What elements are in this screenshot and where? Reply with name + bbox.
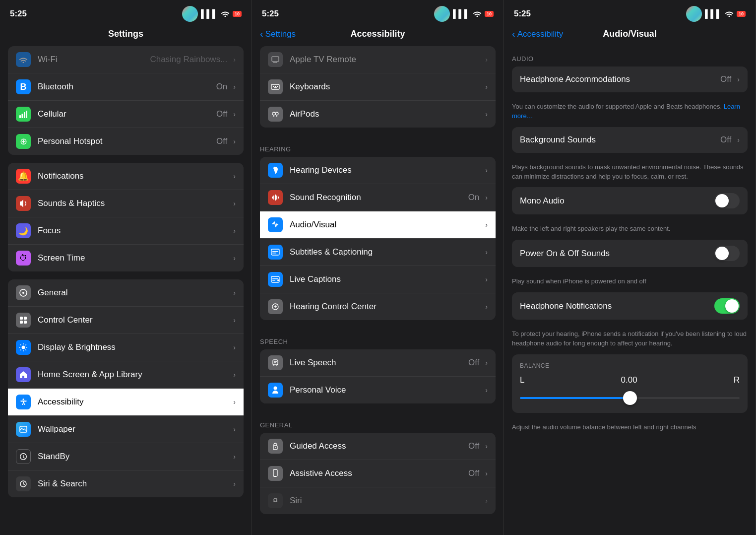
headphonenotif-desc: To protect your hearing, iPhone sends a … — [504, 328, 756, 353]
wifi-chevron: › — [233, 56, 236, 64]
sounds-item-icon — [16, 196, 31, 211]
hotspot-chevron: › — [233, 137, 236, 145]
settings-item-soundrecognition[interactable]: Sound Recognition On › — [260, 184, 496, 211]
settings-item-screentime[interactable]: ⏱ Screen Time › — [8, 245, 244, 271]
back-label-2: Settings — [265, 29, 296, 39]
cellular-item-icon — [16, 107, 31, 122]
notifications-item-icon: 🔔 — [16, 169, 31, 184]
settings-item-bluetooth[interactable]: B Bluetooth On › — [8, 73, 244, 101]
powersounds-toggle[interactable] — [714, 246, 740, 261]
wifi-icon-1 — [221, 10, 230, 18]
signal-bars-icon-2: ▌▌▌ — [453, 9, 470, 18]
battery-icon-3: 10 — [737, 11, 746, 17]
nav-header-2: ‹ Settings Accessibility — [252, 25, 504, 45]
learn-more-link[interactable]: Learn more… — [512, 103, 740, 120]
livecaptions-label: Live Captions — [290, 274, 341, 284]
notifications-row: Notifications › — [38, 171, 236, 181]
wallpaper-item-icon — [16, 422, 31, 437]
back-arrow-icon-3: ‹ — [512, 28, 515, 40]
settings-item-general[interactable]: General › — [8, 279, 244, 307]
settings-item-hearingdevices[interactable]: Hearing Devices › — [260, 157, 496, 184]
powersounds-group: Power On & Off Sounds — [512, 240, 748, 267]
settings-item-hotspot[interactable]: ⊕ Personal Hotspot Off › — [8, 128, 244, 155]
cellular-row: Cellular Off › — [38, 109, 236, 119]
assistiveaccess-row: Assistive Access Off › — [290, 468, 488, 478]
back-button-3[interactable]: ‹ Accessibility — [512, 28, 563, 40]
settings-item-controlcenter[interactable]: Control Center › — [8, 307, 244, 334]
settings-item-assistiveaccess[interactable]: Assistive Access Off › — [260, 460, 496, 487]
settings-item-powersounds[interactable]: Power On & Off Sounds — [512, 240, 748, 267]
sound-recognition-value: On — [468, 193, 480, 202]
settings-item-sounds[interactable]: Sounds & Haptics › — [8, 190, 244, 217]
hearingcontrol-label: Hearing Control Center — [290, 302, 377, 312]
back-button-2[interactable]: ‹ Settings — [260, 28, 296, 40]
settings-item-wifi[interactable]: Wi-Fi Chasing Rainbows... › — [8, 46, 244, 73]
keyboards-row: Keyboards › — [290, 82, 488, 92]
settings-item-sirisearch[interactable]: Siri & Search › — [8, 470, 244, 497]
svg-point-11 — [23, 399, 24, 400]
avatar-2 — [434, 6, 450, 22]
balance-slider-fill — [520, 397, 630, 399]
back-arrow-icon-2: ‹ — [260, 28, 263, 40]
settings-item-siri-2[interactable]: Siri › — [260, 487, 496, 514]
status-time-3: 5:25 — [514, 9, 531, 19]
battery-icon-1: 10 — [233, 11, 242, 17]
siri-2-icon — [268, 493, 283, 508]
headphoneaccom-value: Off — [720, 74, 731, 84]
settings-item-airpods[interactable]: AirPods › — [260, 101, 496, 128]
headphonenotif-toggle[interactable] — [714, 298, 740, 314]
settings-item-notifications[interactable]: 🔔 Notifications › — [8, 163, 244, 190]
settings-item-personalvoice[interactable]: Personal Voice › — [260, 377, 496, 403]
settings-item-livespeech[interactable]: Live Speech Off › — [260, 349, 496, 377]
settings-item-guidedaccess[interactable]: Guided Access Off › — [260, 433, 496, 460]
siri-row: Siri & Search › — [38, 479, 236, 489]
monoaudio-group: Mono Audio — [512, 187, 748, 214]
cellular-chevron: › — [233, 110, 236, 118]
siri-2-label: Siri — [290, 496, 302, 506]
personalvoice-label: Personal Voice — [290, 385, 346, 395]
svg-rect-6 — [20, 317, 23, 320]
signal-bars-icon: ▌▌▌ — [201, 9, 218, 18]
settings-item-headphonenotif[interactable]: Headphone Notifications — [512, 292, 748, 320]
settings-item-focus[interactable]: 🌙 Focus › — [8, 217, 244, 245]
status-time-1: 5:25 — [10, 9, 27, 19]
sounds-chevron: › — [233, 200, 236, 207]
svg-rect-29 — [272, 280, 275, 281]
balance-slider-track — [520, 397, 740, 399]
settings-item-appletv[interactable]: Apple TV Remote › — [260, 46, 496, 73]
monoaudio-toggle[interactable] — [714, 193, 740, 208]
monoaudio-row: Mono Audio — [520, 193, 740, 208]
display-label: Display & Brightness — [38, 342, 116, 352]
settings-item-headphoneaccom[interactable]: Headphone Accommodations Off › — [512, 67, 748, 92]
notifications-label: Notifications — [38, 171, 84, 181]
settings-item-monoaudio[interactable]: Mono Audio — [512, 187, 748, 214]
settings-scroll-1[interactable]: Wi-Fi Chasing Rainbows... › B Bluetooth … — [0, 45, 252, 535]
accessibility-scroll[interactable]: Apple TV Remote › Keyboards › — [252, 45, 504, 535]
page-title-3: Audio/Visual — [603, 29, 657, 39]
settings-item-bgsounds[interactable]: Background Sounds Off › — [512, 127, 748, 153]
settings-item-wallpaper[interactable]: Wallpaper › — [8, 416, 244, 443]
settings-item-audiovisual[interactable]: Audio/Visual › — [260, 211, 496, 239]
wifi-value: Chasing Rainbows... — [150, 55, 227, 65]
settings-item-hearingcontrol[interactable]: Hearing Control Center › — [260, 293, 496, 320]
appletv-chevron: › — [485, 56, 488, 64]
svg-rect-17 — [273, 86, 274, 87]
settings-item-accessibility[interactable]: Accessibility › — [8, 389, 244, 416]
settings-item-livecaptions[interactable]: Live Captions › — [260, 266, 496, 293]
settings-item-displaybrightness[interactable]: Display & Brightness › — [8, 334, 244, 361]
settings-item-standby[interactable]: StandBy › — [8, 443, 244, 470]
hearing-devices-row: Hearing Devices › — [290, 165, 488, 175]
focus-item-icon: 🌙 — [16, 223, 31, 238]
balance-slider-thumb[interactable] — [623, 391, 637, 405]
settings-item-subtitles[interactable]: Subtitles & Captioning › — [260, 239, 496, 266]
hotspot-item-icon: ⊕ — [16, 134, 31, 149]
headphoneaccom-label: Headphone Accommodations — [520, 74, 630, 84]
settings-item-cellular[interactable]: Cellular Off › — [8, 101, 244, 128]
balance-slider-container[interactable] — [520, 391, 740, 405]
settings-item-keyboards[interactable]: Keyboards › — [260, 73, 496, 101]
sounds-row: Sounds & Haptics › — [38, 199, 236, 208]
audiovisual-scroll[interactable]: AUDIO Headphone Accommodations Off › You… — [504, 45, 756, 535]
settings-item-homescreen[interactable]: Home Screen & App Library › — [8, 361, 244, 389]
headphonenotif-toggle-knob — [725, 299, 739, 313]
hotspot-value: Off — [216, 136, 227, 146]
